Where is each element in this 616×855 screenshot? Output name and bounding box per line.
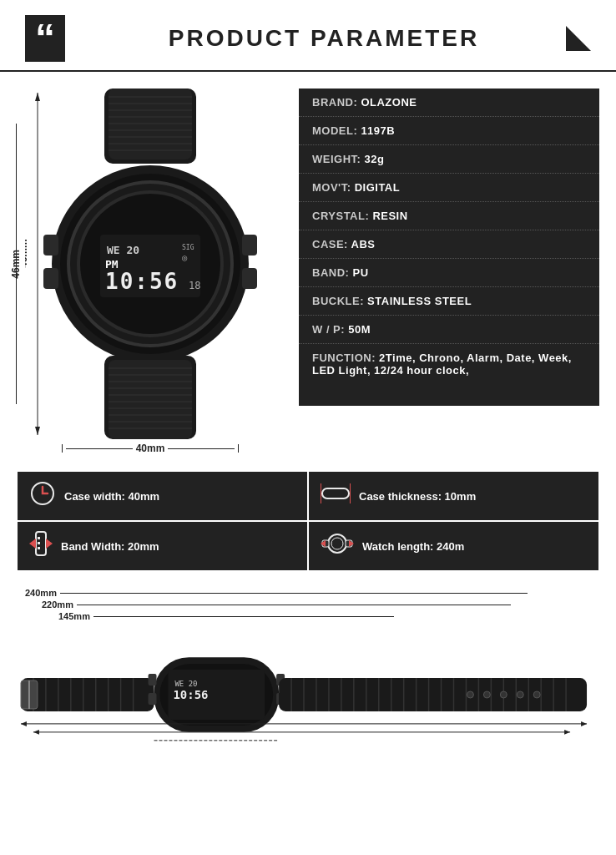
arrow-decoration (566, 26, 591, 51)
svg-marker-42 (35, 427, 40, 435)
svg-rect-29 (109, 360, 192, 439)
svg-rect-45 (322, 488, 349, 498)
svg-point-105 (467, 691, 473, 698)
measurement-icon-3 (321, 532, 354, 560)
svg-text:SIG: SIG (182, 244, 194, 251)
measurement-box-0: Case width: 40mm (17, 471, 308, 521)
spec-value: ABS (351, 238, 376, 250)
svg-marker-115 (564, 730, 570, 735)
svg-marker-112 (581, 721, 587, 726)
main-content: 46mm (0, 80, 616, 463)
measurement-box-3: Watch length: 240m (308, 521, 599, 571)
spec-value: STAINLESS STEEL (367, 295, 472, 307)
svg-rect-13 (43, 268, 58, 289)
svg-marker-111 (21, 721, 27, 726)
svg-rect-77 (149, 674, 157, 686)
spec-row: CRYSTAL: RESIN (299, 202, 599, 230)
svg-text:⌾: ⌾ (182, 254, 188, 263)
svg-rect-48 (36, 532, 46, 555)
spec-label: MODEL: (312, 124, 361, 137)
dim-145mm: 145mm (25, 611, 599, 621)
spec-row: CASE: ABS (299, 230, 599, 259)
svg-point-106 (483, 691, 490, 698)
svg-rect-49 (38, 537, 40, 539)
svg-text:46mm: 46mm (25, 239, 29, 268)
spec-value: 32g (365, 153, 385, 165)
spec-value: OLAZONE (361, 96, 417, 109)
spec-label: BRAND: (312, 96, 361, 109)
svg-rect-12 (43, 235, 58, 255)
svg-point-54 (328, 534, 346, 553)
svg-text:10:56: 10:56 (173, 688, 208, 701)
svg-rect-78 (149, 693, 157, 705)
measurement-icon-0 (29, 480, 56, 512)
measurement-text-1: Case thickness: 10mm (359, 490, 476, 503)
spec-label: WEIGHT: (312, 153, 365, 165)
svg-rect-51 (38, 547, 40, 549)
measurement-grid: Case width: 40mmCase thickness: 10mmBand… (17, 471, 599, 571)
spec-row: WEIGHT: 32g (299, 145, 599, 174)
measurement-box-1: Case thickness: 10mm (308, 471, 599, 521)
page-header: “ PRODUCT PARAMETER (0, 0, 616, 72)
measurement-box-2: Band Width: 20mm (17, 521, 308, 571)
spec-label: W / P: (312, 323, 348, 336)
quote-icon: “ (25, 15, 65, 62)
page-title: PRODUCT PARAMETER (82, 25, 566, 52)
spec-row: MOV'T: DIGITAL (299, 174, 599, 202)
spec-row: MODEL: 1197B (299, 117, 599, 145)
spec-label: MOV'T: (312, 181, 355, 194)
dim-240mm: 240mm (25, 588, 599, 598)
svg-marker-41 (35, 93, 40, 101)
spec-label: FUNCTION: (312, 352, 379, 364)
svg-text:WE 20: WE 20 (107, 244, 139, 256)
svg-point-107 (500, 691, 507, 698)
svg-text:10:56: 10:56 (105, 269, 179, 294)
bottom-dimensions: 240mm 220mm 145mm (17, 588, 599, 623)
bottom-watch-svg: WE 20 10:56 (17, 628, 599, 761)
spec-label: BUCKLE: (312, 295, 367, 307)
spec-value: 1197B (361, 124, 395, 137)
measurement-icon-1 (321, 482, 351, 510)
svg-marker-53 (46, 539, 53, 549)
svg-point-108 (517, 691, 523, 698)
svg-rect-15 (242, 268, 257, 289)
svg-rect-60 (21, 678, 154, 711)
svg-marker-114 (33, 730, 39, 735)
measurement-icon-2 (29, 530, 53, 562)
measurement-text-2: Band Width: 20mm (61, 540, 159, 553)
spec-row: BUCKLE: STAINLESS STEEL (299, 287, 599, 316)
svg-point-55 (331, 538, 343, 549)
specs-panel: BRAND: OLAZONEMODEL: 1197BWEIGHT: 32gMOV… (299, 89, 599, 406)
spec-label: BAND: (312, 266, 353, 279)
spec-value: DIGITAL (355, 181, 401, 194)
svg-rect-14 (242, 235, 257, 255)
svg-text:WE 20: WE 20 (174, 680, 197, 688)
spec-label: CASE: (312, 238, 351, 250)
spec-label: CRYSTAL: (312, 210, 372, 222)
svg-text:18: 18 (189, 280, 200, 291)
watch-image: WE 20 PM SIG ⌾ 10:56 18 (25, 89, 275, 439)
measurement-text-0: Case width: 40mm (64, 490, 159, 503)
svg-marker-52 (29, 539, 36, 549)
spec-row: BRAND: OLAZONE (299, 89, 599, 117)
spec-value: PU (353, 266, 369, 279)
spec-row: FUNCTION: 2Time, Chrono, Alarm, Date, We… (299, 344, 599, 384)
measurement-text-3: Watch length: 240m (362, 540, 464, 553)
spec-row: W / P: 50M (299, 316, 599, 344)
spec-value: 50M (348, 323, 371, 336)
spec-value: RESIN (372, 210, 407, 222)
width-dimension: 40mm (62, 443, 240, 454)
svg-point-109 (533, 691, 540, 698)
svg-rect-50 (38, 542, 40, 544)
bottom-diagram-section: 240mm 220mm 145mm WE 2 (0, 579, 616, 782)
dim-220mm: 220mm (25, 600, 599, 610)
watch-diagram-section: 46mm (17, 89, 284, 454)
spec-row: BAND: PU (299, 259, 599, 287)
